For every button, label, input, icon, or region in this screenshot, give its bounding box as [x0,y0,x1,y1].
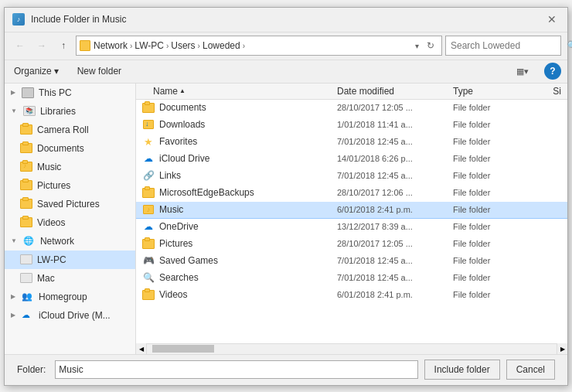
file-type: File folder [453,188,523,197]
libraries-icon: 📚 [23,106,36,116]
view-button[interactable]: ▦ ▾ [513,63,532,80]
back-icon: ← [15,40,25,51]
address-chevron[interactable]: ▾ [413,42,421,50]
close-button[interactable]: ✕ [544,12,560,27]
sidebar-item-homegroup[interactable]: ▶ 👥 Homegroup [5,288,135,306]
file-date: 7/01/2018 12:45 a... [337,171,453,180]
sidebar-item-mac[interactable]: Mac [5,269,135,288]
col-header-date[interactable]: Date modified [337,86,453,97]
breadcrumb-sep-1: › [130,42,132,50]
sidebar-item-libraries[interactable]: ▼ 📚 Libraries [5,102,135,121]
back-button[interactable]: ← [11,36,29,55]
sidebar-item-camera-roll[interactable]: Camera Roll [5,121,135,139]
cloud-icon: ☁ [22,310,34,321]
col-header-name[interactable]: Name ▲ [153,86,337,97]
sidebar-item-videos[interactable]: Videos [5,213,135,232]
include-folder-button[interactable]: Include folder [424,360,500,380]
file-row[interactable]: ☁ iCloud Drive 14/01/2018 6:26 p... File… [136,151,567,168]
scroll-right-btn[interactable]: ▶ [557,343,567,354]
search-icon[interactable]: 🔍 [567,40,572,51]
file-row[interactable]: ★ Favorites 7/01/2018 12:45 a... File fo… [136,134,567,151]
organize-menu[interactable]: Organize ▾ [11,64,62,78]
folder-icon [20,217,32,227]
horizontal-scrollbar[interactable]: ◀ ▶ [136,343,567,354]
file-row[interactable]: 🔗 Links 7/01/2018 12:45 a... File folder [136,168,567,185]
title-bar-left: ♪ Include Folder in Music [12,13,126,26]
sidebar-item-music[interactable]: Music [5,158,135,176]
expand-chevron: ▶ [11,312,15,319]
breadcrumb-lwpc[interactable]: LW-PC [134,40,164,51]
scroll-left-btn[interactable]: ◀ [136,343,147,354]
file-row-music[interactable]: ♪ Music 6/01/2018 2:41 p.m. File folder [136,202,567,219]
file-date: 13/12/2017 8:39 a... [337,222,453,231]
scroll-track-horizontal[interactable] [148,345,555,353]
col-name-label: Name [153,86,178,97]
sidebar-item-this-pc[interactable]: ▶ This PC [5,84,135,102]
refresh-button[interactable]: ↻ [423,38,438,53]
file-type: File folder [453,171,523,180]
searches-icon: 🔍 [142,273,155,283]
address-bar[interactable]: Network › LW-PC › Users › Loweded › ▾ ↻ [76,36,442,56]
sidebar-label-homegroup: Homegroup [39,291,87,302]
folder-icon [142,239,155,249]
file-row[interactable]: MicrosoftEdgeBackups 28/10/2017 12:06 ..… [136,185,567,202]
icloud-icon: ☁ [142,154,155,164]
sidebar-label-this-pc: This PC [39,87,72,98]
breadcrumb: Network › LW-PC › Users › Loweded › [94,40,411,51]
sidebar-item-saved-pictures[interactable]: Saved Pictures [5,195,135,213]
breadcrumb-sep-3: › [198,42,200,50]
dialog-title: Include Folder in Music [31,14,126,25]
sidebar-item-network[interactable]: ▼ 🌐 Network [5,232,135,251]
search-input[interactable] [451,40,567,51]
forward-button[interactable]: → [32,36,51,55]
file-list: Documents 28/10/2017 12:05 ... File fold… [136,100,567,343]
up-button[interactable]: ↑ [54,36,73,55]
col-header-type[interactable]: Type [453,86,523,97]
file-row[interactable]: 🔍 Searches 7/01/2018 12:45 a... File fol… [136,270,567,287]
breadcrumb-users[interactable]: Users [171,40,195,51]
sidebar-item-icloud[interactable]: ▶ ☁ iCloud Drive (M... [5,306,135,325]
file-name: MicrosoftEdgeBackups [159,187,337,198]
expand-chevron: ▶ [11,89,15,96]
breadcrumb-sep-2: › [166,42,169,50]
col-header-size[interactable]: Si [523,86,561,97]
file-row[interactable]: Videos 6/01/2018 2:41 p.m. File folder [136,287,567,304]
savedgames-icon: 🎮 [142,256,155,266]
sidebar-item-pictures[interactable]: Pictures [5,176,135,195]
dialog: ♪ Include Folder in Music ✕ ← → ↑ Networ… [4,7,568,386]
view-chevron: ▾ [524,66,529,77]
organize-chevron: ▾ [54,66,59,77]
sidebar-label-mac: Mac [37,273,55,284]
favorites-icon: ★ [142,137,155,147]
sidebar-item-lw-pc[interactable]: LW-PC [5,251,135,269]
folder-icon [80,40,90,51]
breadcrumb-network[interactable]: Network [94,40,128,51]
file-date: 1/01/2018 11:41 a... [337,120,453,129]
file-date: 14/01/2018 6:26 p... [337,154,453,163]
search-box[interactable]: 🔍 [445,36,561,56]
file-row[interactable]: Pictures 28/10/2017 12:05 ... File folde… [136,236,567,253]
help-button[interactable]: ? [544,63,561,80]
footer: Folder: Include folder Cancel [5,354,567,385]
sidebar-item-documents[interactable]: Documents [5,139,135,158]
breadcrumb-loweded[interactable]: Loweded [203,40,240,51]
organize-label: Organize [14,66,52,77]
new-folder-btn[interactable]: New folder [74,64,124,78]
folder-input[interactable] [55,360,417,379]
file-date: 7/01/2018 12:45 a... [337,256,453,265]
breadcrumb-sep-4: › [243,42,245,50]
scroll-thumb-horizontal[interactable] [152,345,214,353]
sidebar-label-lw-pc: LW-PC [37,254,66,265]
file-name: Searches [159,272,337,283]
file-row[interactable]: Documents 28/10/2017 12:05 ... File fold… [136,100,567,117]
file-name: iCloud Drive [159,153,337,164]
file-row[interactable]: 🎮 Saved Games 7/01/2018 12:45 a... File … [136,253,567,270]
file-type: File folder [453,256,523,265]
file-row[interactable]: ↓ Downloads 1/01/2018 11:41 a... File fo… [136,117,567,134]
cancel-button[interactable]: Cancel [506,360,555,380]
file-type: File folder [453,103,523,112]
file-row[interactable]: ☁ OneDrive 13/12/2017 8:39 a... File fol… [136,219,567,236]
folder-icon [142,103,155,113]
expand-chevron: ▼ [11,237,17,244]
file-type: File folder [453,239,523,248]
